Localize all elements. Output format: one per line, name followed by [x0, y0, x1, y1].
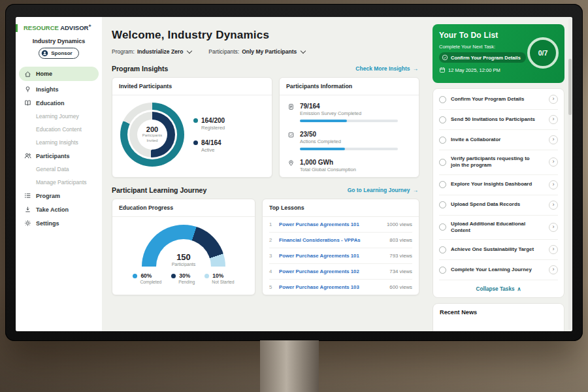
task-checkbox[interactable] [439, 159, 446, 166]
program-dropdown[interactable]: Program: Industrialize Zero [112, 48, 191, 55]
task-label: Confirm Your Program Details [451, 96, 544, 103]
participants-dropdown[interactable]: Participants: Only My Participants [208, 48, 305, 55]
monitor-stand [260, 340, 319, 392]
todo-task[interactable]: Send 50 Invitations to Participants [439, 110, 558, 130]
chevron-right-icon[interactable] [549, 265, 558, 274]
lesson-row: 5 Power Purchase Agreements 103 600 view… [269, 280, 412, 295]
go-to-learning-journey-link[interactable]: Go to Learning Journey → [348, 187, 418, 193]
lesson-views: 803 views [389, 237, 412, 243]
screen: RESOURCE ADVISOR+ Industry Dynamics Spon… [16, 17, 572, 331]
lesson-views: 793 views [389, 253, 412, 259]
sidebar-item-education[interactable]: Education [16, 96, 102, 110]
donut-center-label: Participants Invited [140, 133, 165, 143]
scrollbar-thumb[interactable] [568, 59, 572, 115]
sidebar-item-home[interactable]: Home [19, 67, 99, 81]
task-checkbox[interactable] [439, 201, 446, 208]
legend-pending: 30% Pending [171, 272, 195, 284]
progress-bar [300, 148, 398, 150]
lesson-link[interactable]: Financial Considerations - VPPAs [279, 237, 384, 243]
sidebar-item-insights[interactable]: Insights [16, 82, 102, 96]
program-label: Program: [112, 48, 135, 55]
gear-icon [24, 220, 31, 227]
task-checkbox[interactable] [439, 96, 446, 103]
lesson-views: 1000 views [387, 221, 412, 227]
task-checkbox[interactable] [439, 116, 446, 123]
check-more-insights-link[interactable]: Check More Insights → [355, 65, 418, 72]
section-title: Participant Learning Journey [112, 186, 206, 194]
todo-task[interactable]: Confirm Your Program Details [439, 90, 558, 110]
sidebar-item-label: Take Action [36, 206, 69, 213]
arrow-right-icon: → [413, 187, 419, 193]
legend-label: Active [201, 147, 225, 153]
todo-task[interactable]: Invite a Collaborator [439, 130, 558, 150]
todo-task[interactable]: Upload Additional Educational Content [439, 216, 558, 240]
task-checkbox[interactable] [439, 137, 446, 144]
sidebar-item-label: Participants [36, 153, 70, 159]
sidebar-item-manage-participants[interactable]: Manage Participants [16, 176, 102, 189]
participants-icon [24, 152, 31, 159]
todo-header-card: Your To Do List Complete Your Next Task:… [433, 24, 564, 83]
todo-task[interactable]: Verify participants requesting to join t… [439, 150, 558, 175]
sidebar-item-general-data[interactable]: General Data [16, 163, 102, 176]
chevron-right-icon[interactable] [549, 180, 558, 189]
card-title: Invited Participants [112, 78, 272, 95]
todo-task[interactable]: Complete Your Learning Journey [439, 260, 558, 280]
sidebar-item-program[interactable]: Program [16, 189, 102, 203]
chevron-up-icon: ∧ [517, 286, 521, 292]
sponsor-person-icon [41, 50, 48, 57]
gauge-center-value: 150 [142, 252, 225, 262]
app-logo: RESOURCE ADVISOR+ [16, 17, 102, 31]
sponsor-badge[interactable]: Sponsor [39, 48, 78, 59]
checkbox-icon [287, 131, 295, 150]
recent-news-title: Recent News [440, 309, 477, 316]
lesson-link[interactable]: Power Purchase Agreements 101 [279, 221, 382, 227]
task-checkbox[interactable] [439, 181, 446, 188]
sidebar-item-learning-journey[interactable]: Learning Journey [16, 110, 102, 123]
lesson-views: 734 views [389, 269, 412, 274]
todo-task[interactable]: Upload Spend Data Records [439, 195, 558, 216]
gauge-center: 150 Participants [142, 252, 225, 267]
sidebar-item-learning-insights[interactable]: Learning Insights [16, 136, 102, 149]
lesson-link[interactable]: Power Purchase Agreements 102 [279, 269, 384, 274]
todo-task[interactable]: Explore Your Insights Dashboard [439, 175, 558, 195]
logo-plus: + [88, 24, 91, 28]
chevron-right-icon[interactable] [549, 223, 558, 232]
lesson-link[interactable]: Power Purchase Agreements 101 [279, 253, 384, 259]
lesson-rank: 2 [269, 237, 274, 243]
lesson-row: 4 Power Purchase Agreements 102 734 view… [269, 264, 412, 280]
sidebar-item-label: Learning Insights [36, 139, 78, 146]
todo-next-task[interactable]: Confirm Your Program Details [439, 52, 526, 63]
todo-task[interactable]: Achieve One Sustainability Target [439, 240, 558, 260]
stat-value: 79/164 [300, 103, 398, 110]
take-action-icon [24, 206, 31, 213]
chevron-right-icon[interactable] [549, 201, 558, 210]
section-title: Program Insights [112, 65, 168, 73]
chevron-right-icon[interactable] [549, 245, 558, 254]
sidebar-nav: Home Insights Education Learning Journey [16, 67, 102, 230]
legend-dot [193, 118, 198, 123]
lesson-link[interactable]: Power Purchase Agreements 103 [279, 284, 384, 290]
chevron-right-icon[interactable] [549, 115, 558, 124]
chevron-right-icon[interactable] [549, 157, 558, 167]
sidebar-item-take-action[interactable]: Take Action [16, 203, 102, 216]
legend-label: Not Started [212, 280, 234, 284]
education-gauge: 150 Participants [142, 225, 225, 267]
lessons-list: 1 Power Purchase Agreements 101 1000 vie… [263, 217, 419, 295]
task-checkbox[interactable] [439, 267, 446, 274]
chevron-right-icon[interactable] [549, 135, 558, 144]
task-checkbox[interactable] [439, 223, 446, 231]
scrollbar-track[interactable] [568, 18, 572, 330]
sidebar-item-participants[interactable]: Participants [16, 149, 102, 163]
sidebar-item-label: Program [36, 193, 60, 199]
chevron-right-icon[interactable] [549, 95, 558, 104]
stat-value: 23/50 [300, 131, 398, 138]
sidebar-item-settings[interactable]: Settings [16, 216, 102, 230]
legend-dot [171, 274, 176, 278]
program-list-icon [24, 192, 31, 199]
task-checkbox[interactable] [439, 246, 446, 253]
sidebar-item-education-content[interactable]: Education Content [16, 123, 102, 136]
lesson-row: 1 Power Purchase Agreements 101 1000 vie… [269, 217, 412, 233]
collapse-tasks-link[interactable]: Collapse Tasks ∧ [439, 280, 558, 297]
participants-value: Only My Participants [242, 48, 297, 55]
sidebar-item-label: General Data [36, 166, 69, 172]
